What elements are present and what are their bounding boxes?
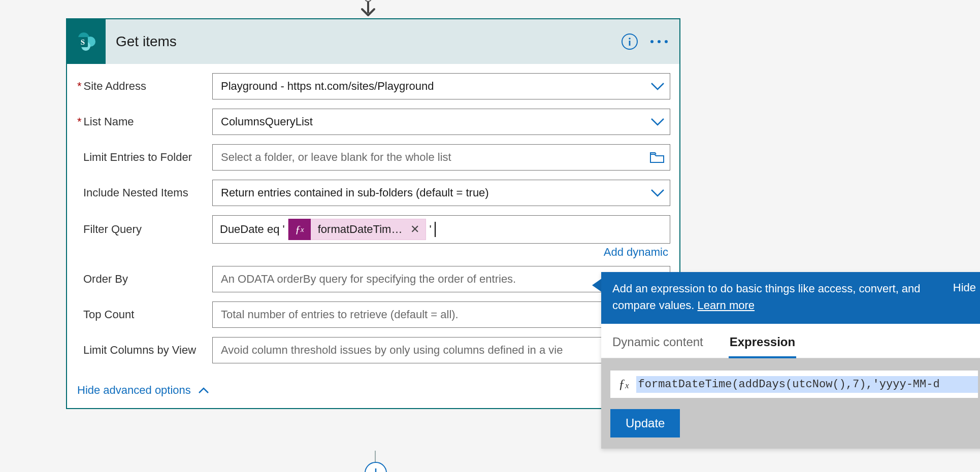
chevron-down-icon — [650, 117, 665, 126]
label-nested: Include Nested Items — [76, 186, 212, 199]
more-menu-icon[interactable] — [644, 39, 679, 45]
chevron-down-icon — [650, 188, 665, 197]
filter-query-literal-suffix: ' — [429, 223, 431, 236]
chevron-down-icon — [650, 82, 665, 91]
nested-dropdown[interactable]: Return entries contained in sub-folders … — [212, 180, 670, 206]
label-list-name: *List Name — [76, 115, 212, 128]
sharepoint-icon: S — [67, 19, 106, 64]
label-limit-folder: Limit Entries to Folder — [76, 151, 212, 164]
site-address-dropdown[interactable]: Playground - https nt.com/sites/Playgrou… — [212, 73, 670, 99]
svg-rect-9 — [629, 41, 631, 46]
hide-popout-button[interactable]: Hide — [953, 280, 976, 294]
label-site-address: *Site Address — [76, 80, 212, 93]
popout-body: ƒx formatDateTime(addDays(utcNow(),7),'y… — [601, 358, 980, 449]
add-dynamic-content-link[interactable]: Add dynamic — [604, 246, 668, 259]
expression-popout: Add an expression to do basic things lik… — [601, 272, 980, 449]
popout-header: Add an expression to do basic things lik… — [601, 272, 980, 324]
folder-picker-icon[interactable] — [649, 151, 665, 163]
expression-text[interactable]: formatDateTime(addDays(utcNow(),7),'yyyy… — [636, 376, 978, 393]
filter-query-literal-prefix: DueDate eq ' — [220, 223, 285, 236]
tab-dynamic-content[interactable]: Dynamic content — [611, 331, 704, 358]
chevron-up-icon — [198, 387, 209, 394]
learn-more-link[interactable]: Learn more — [698, 299, 755, 312]
svg-point-0 — [365, 0, 371, 2]
update-button[interactable]: Update — [610, 409, 680, 437]
card-title: Get items — [106, 33, 615, 50]
hide-advanced-options-toggle[interactable]: Hide advanced options — [76, 384, 209, 397]
remove-token-icon[interactable]: ✕ — [407, 223, 426, 236]
popout-tabs: Dynamic content Expression — [601, 324, 980, 358]
popout-description: Add an expression to do basic things lik… — [612, 280, 943, 314]
action-card-get-items: S Get items *Site Address Playground - h… — [66, 18, 680, 409]
limit-folder-input[interactable]: Select a folder, or leave blank for the … — [212, 144, 670, 171]
expression-token-name: formatDateTim… — [311, 223, 408, 236]
expression-input[interactable]: ƒx formatDateTime(addDays(utcNow(),7),'y… — [610, 370, 978, 398]
popout-beak — [592, 278, 602, 292]
tab-expression[interactable]: Expression — [729, 331, 796, 358]
label-limit-view: Limit Columns by View — [76, 344, 212, 357]
add-step-button[interactable] — [365, 462, 387, 472]
fx-icon: ƒx — [288, 219, 311, 240]
list-name-dropdown[interactable]: ColumnsQueryList — [212, 109, 670, 135]
svg-point-11 — [658, 40, 661, 43]
svg-text:S: S — [81, 38, 85, 46]
connector-line — [375, 451, 376, 463]
text-caret — [435, 222, 436, 237]
label-top-count: Top Count — [76, 308, 212, 321]
label-order-by: Order By — [76, 273, 212, 286]
expression-token[interactable]: ƒx formatDateTim… ✕ — [288, 219, 427, 240]
label-filter-query: Filter Query — [76, 223, 212, 236]
filter-query-input[interactable]: DueDate eq ' ƒx formatDateTim… ✕ ' — [212, 215, 670, 244]
svg-point-10 — [650, 40, 654, 43]
flow-designer-canvas: S Get items *Site Address Playground - h… — [0, 0, 980, 472]
svg-point-8 — [629, 38, 631, 40]
incoming-connector-arrow — [355, 0, 381, 19]
card-body: *Site Address Playground - https nt.com/… — [67, 64, 679, 408]
svg-point-12 — [665, 40, 668, 43]
fx-icon: ƒx — [615, 377, 636, 392]
card-header[interactable]: S Get items — [67, 19, 679, 64]
info-icon[interactable] — [615, 33, 644, 50]
